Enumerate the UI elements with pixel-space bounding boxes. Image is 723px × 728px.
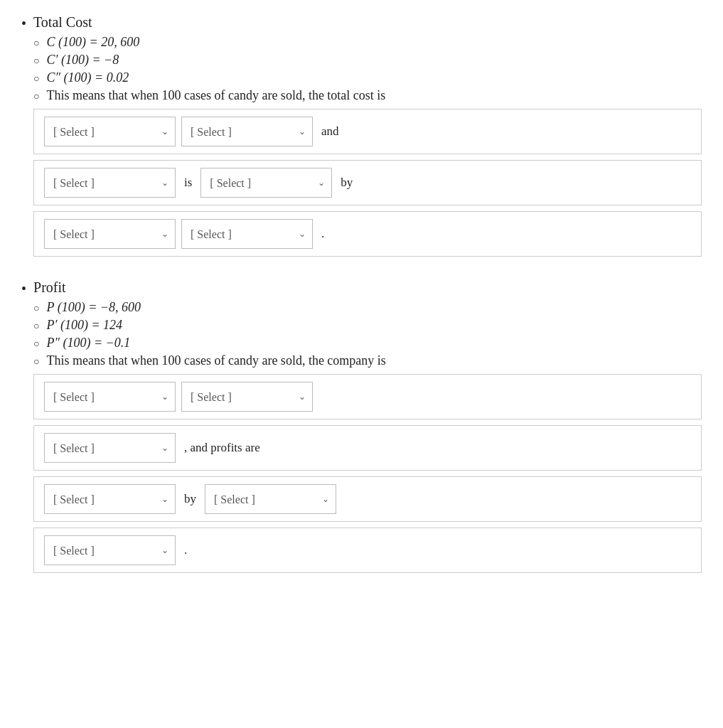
tc-row-3: [ Select ] ⌄ [ Select ] ⌄ . (33, 211, 702, 257)
pr-select-5-wrapper: [ Select ] ⌄ (205, 484, 336, 514)
profit-item-3: ○ P″ (100) = −0.1 (33, 336, 702, 350)
pr-row-3: [ Select ] ⌄ by [ Select ] ⌄ (33, 476, 702, 522)
pr-select-4[interactable]: [ Select ] (44, 484, 176, 514)
tc-select-1-wrapper: [ Select ] ⌄ (44, 117, 176, 146)
tc-select-6[interactable]: [ Select ] (181, 219, 313, 249)
profit-math-3: P″ (100) = −0.1 (46, 336, 130, 350)
pr-row-3-infix: by (181, 492, 199, 506)
profit-bullet-dot: • (21, 281, 26, 297)
profit-item-1: ○ P (100) = −8, 600 (33, 300, 702, 315)
profit-sub-bullet-1: ○ (33, 303, 39, 314)
total-cost-title: Total Cost (33, 14, 702, 31)
tc-select-2[interactable]: [ Select ] (181, 117, 313, 146)
pr-row-4-suffix: . (181, 543, 190, 557)
sub-bullet-4: ○ (33, 91, 39, 102)
total-cost-section: • Total Cost ○ C (100) = 20, 600 ○ C′ (1… (21, 14, 702, 262)
total-cost-item-3: ○ C″ (100) = 0.02 (33, 70, 702, 85)
sub-bullet-1: ○ (33, 38, 39, 49)
tc-row-3-suffix: . (318, 227, 327, 241)
total-cost-item-4: ○ This means that when 100 cases of cand… (33, 88, 702, 103)
profit-sub-bullet-4: ○ (33, 356, 39, 368)
sub-bullet-2: ○ (33, 55, 39, 67)
total-cost-sublist: ○ C (100) = 20, 600 ○ C′ (100) = −8 ○ C″… (33, 35, 702, 103)
pr-row-4: [ Select ] ⌄ . (33, 528, 702, 573)
profit-bullet: • Profit ○ P (100) = −8, 600 ○ P′ (100) … (21, 279, 702, 579)
sub-bullet-3: ○ (33, 73, 39, 85)
tc-select-6-wrapper: [ Select ] ⌄ (181, 219, 313, 249)
total-cost-text-4: This means that when 100 cases of candy … (46, 88, 385, 103)
profit-content: Profit ○ P (100) = −8, 600 ○ P′ (100) = … (33, 279, 702, 579)
profit-sublist: ○ P (100) = −8, 600 ○ P′ (100) = 124 ○ P… (33, 300, 702, 368)
profit-section: • Profit ○ P (100) = −8, 600 ○ P′ (100) … (21, 279, 702, 579)
tc-select-2-wrapper: [ Select ] ⌄ (181, 117, 313, 146)
profit-text-4: This means that when 100 cases of candy … (46, 353, 385, 368)
profit-item-4: ○ This means that when 100 cases of cand… (33, 353, 702, 368)
tc-select-5[interactable]: [ Select ] (44, 219, 176, 249)
pr-select-1[interactable]: [ Select ] (44, 382, 176, 412)
tc-select-3[interactable]: [ Select ] (44, 168, 176, 198)
profit-title: Profit (33, 279, 702, 296)
pr-select-3[interactable]: [ Select ] (44, 433, 176, 463)
total-cost-item-1: ○ C (100) = 20, 600 (33, 35, 702, 50)
profit-sub-bullet-2: ○ (33, 321, 39, 332)
total-cost-bullet: • Total Cost ○ C (100) = 20, 600 ○ C′ (1… (21, 14, 702, 262)
tc-select-3-wrapper: [ Select ] ⌄ (44, 168, 176, 198)
profit-math-2: P′ (100) = 124 (46, 318, 122, 333)
pr-select-4-wrapper: [ Select ] ⌄ (44, 484, 176, 514)
tc-select-4[interactable]: [ Select ] (200, 168, 332, 198)
tc-row-2-infix: is (181, 176, 195, 190)
tc-select-5-wrapper: [ Select ] ⌄ (44, 219, 176, 249)
pr-select-6[interactable]: [ Select ] (44, 535, 176, 565)
tc-row-2-suffix: by (338, 176, 355, 190)
profit-sub-bullet-3: ○ (33, 338, 39, 350)
pr-row-1: [ Select ] ⌄ [ Select ] ⌄ (33, 374, 702, 419)
total-cost-item-2: ○ C′ (100) = −8 (33, 53, 702, 68)
pr-select-5[interactable]: [ Select ] (205, 484, 336, 514)
tc-select-4-wrapper: [ Select ] ⌄ (200, 168, 332, 198)
pr-select-2[interactable]: [ Select ] (181, 382, 313, 412)
tc-row-2: [ Select ] ⌄ is [ Select ] ⌄ by (33, 160, 702, 205)
total-cost-math-3: C″ (100) = 0.02 (46, 70, 129, 85)
pr-select-1-wrapper: [ Select ] ⌄ (44, 382, 176, 412)
bullet-dot: • (21, 16, 26, 32)
pr-row-2-suffix: , and profits are (181, 441, 263, 455)
total-cost-math-1: C (100) = 20, 600 (46, 35, 139, 50)
pr-select-2-wrapper: [ Select ] ⌄ (181, 382, 313, 412)
tc-row-1: [ Select ] ⌄ [ Select ] ⌄ and (33, 109, 702, 154)
pr-row-2: [ Select ] ⌄ , and profits are (33, 425, 702, 471)
total-cost-math-2: C′ (100) = −8 (46, 53, 119, 68)
pr-select-6-wrapper: [ Select ] ⌄ (44, 535, 176, 565)
profit-math-1: P (100) = −8, 600 (46, 300, 140, 315)
tc-select-1[interactable]: [ Select ] (44, 117, 176, 146)
total-cost-content: Total Cost ○ C (100) = 20, 600 ○ C′ (100… (33, 14, 702, 262)
pr-select-3-wrapper: [ Select ] ⌄ (44, 433, 176, 463)
profit-item-2: ○ P′ (100) = 124 (33, 318, 702, 333)
tc-row-1-suffix: and (318, 124, 342, 139)
